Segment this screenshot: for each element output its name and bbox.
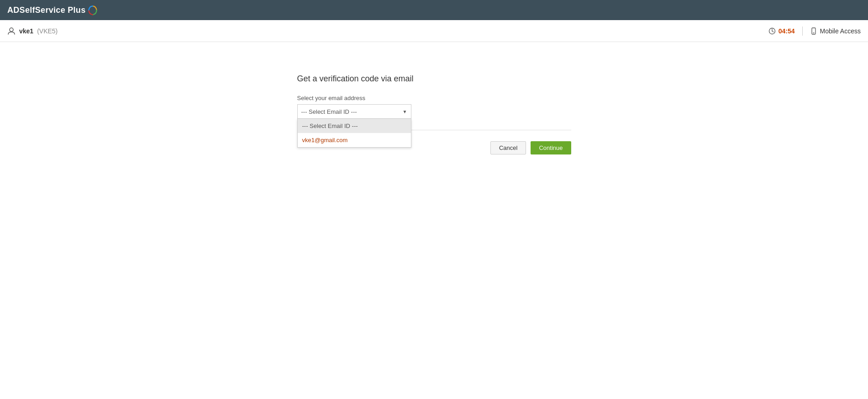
topbar-right: 04:54 Mobile Access (768, 27, 861, 36)
form-label: Select your email address (297, 95, 571, 101)
dropdown-item-placeholder[interactable]: --- Select Email ID --- (298, 119, 411, 133)
mobile-icon (810, 27, 817, 35)
chevron-down-icon: ▼ (403, 109, 407, 114)
timer-value: 04:54 (779, 27, 795, 35)
user-domain: (VKE5) (37, 27, 58, 35)
user-icon (7, 27, 16, 35)
email-dropdown-wrapper[interactable]: --- Select Email ID --- ▼ --- Select Ema… (297, 104, 411, 119)
svg-rect-4 (812, 28, 815, 34)
topbar-divider (802, 27, 803, 36)
app-header: ADSelfService Plus (0, 0, 868, 20)
dropdown-selected-value: --- Select Email ID --- (301, 108, 357, 115)
continue-button[interactable]: Continue (531, 141, 571, 154)
logo: ADSelfService Plus (7, 5, 98, 16)
clock-icon (768, 27, 776, 35)
username: vke1 (19, 27, 33, 35)
main-content: Get a verification code via email Select… (0, 42, 868, 399)
svg-point-0 (10, 28, 13, 32)
content-card: Get a verification code via email Select… (297, 60, 571, 168)
topbar: vke1 (VKE5) 04:54 Mobile Access (0, 20, 868, 42)
svg-line-3 (772, 31, 773, 32)
mobile-access[interactable]: Mobile Access (810, 27, 861, 35)
email-dropdown-trigger[interactable]: --- Select Email ID --- ▼ (297, 104, 411, 119)
cancel-button[interactable]: Cancel (490, 141, 526, 154)
card-title: Get a verification code via email (297, 74, 571, 84)
dropdown-item-email[interactable]: vke1@gmail.com (298, 133, 411, 147)
logo-icon (87, 5, 98, 16)
timer-section: 04:54 (768, 27, 795, 35)
user-info: vke1 (VKE5) (7, 27, 58, 35)
logo-text: ADSelfService Plus (7, 5, 85, 15)
email-dropdown-menu: --- Select Email ID --- vke1@gmail.com (297, 119, 411, 148)
mobile-access-label: Mobile Access (820, 27, 861, 35)
